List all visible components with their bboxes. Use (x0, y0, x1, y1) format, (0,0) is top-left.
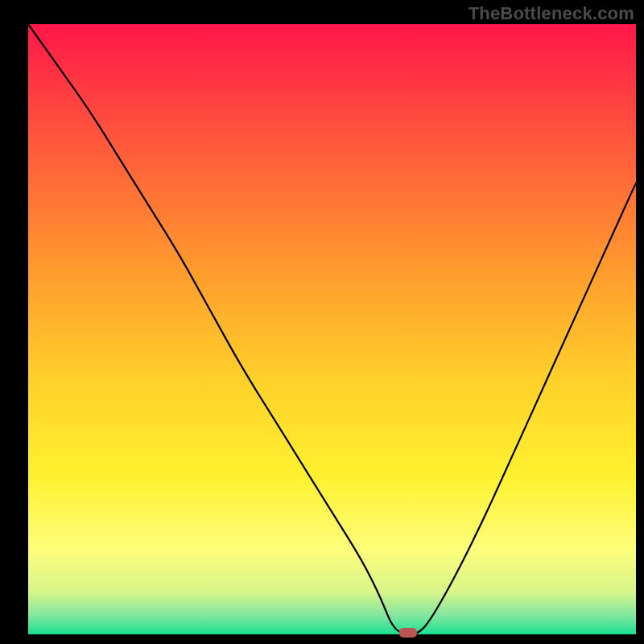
chart-background-gradient (28, 24, 636, 634)
watermark-label: TheBottleneck.com (469, 3, 634, 24)
chart-frame: TheBottleneck.com (0, 0, 644, 644)
optimum-marker (399, 628, 417, 638)
bottleneck-chart (0, 0, 644, 644)
